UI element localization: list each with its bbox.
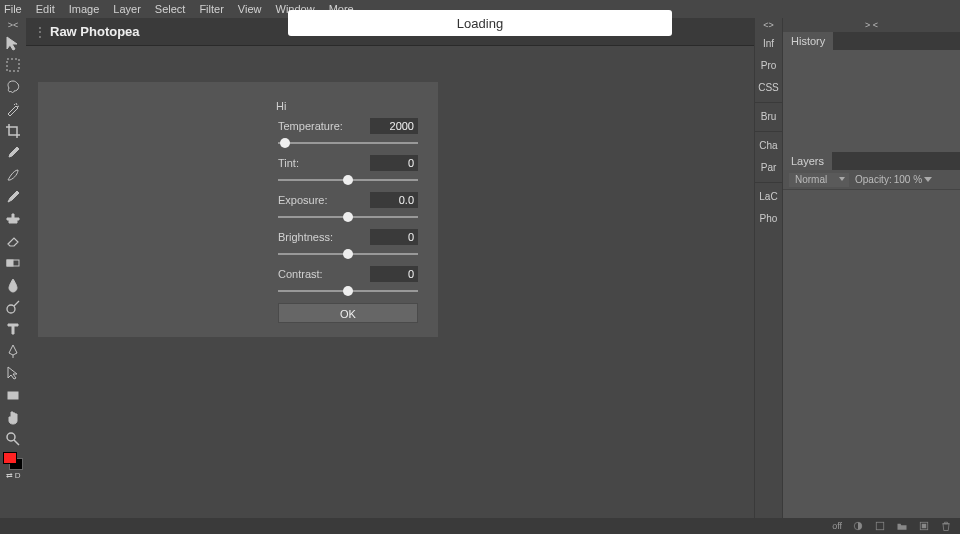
tab-photo[interactable]: Pho bbox=[756, 210, 782, 228]
layers-panel-body bbox=[783, 190, 960, 518]
layers-tabbar: Layers bbox=[783, 152, 960, 170]
menu-image[interactable]: Image bbox=[69, 3, 100, 15]
gradient-tool-icon[interactable] bbox=[3, 253, 23, 273]
raw-dialog: Hi Temperature: 2000 Tint: 0 Exposure: bbox=[38, 82, 438, 337]
history-tab[interactable]: History bbox=[783, 32, 833, 50]
canvas-area: Hi Temperature: 2000 Tint: 0 Exposure: bbox=[26, 46, 754, 518]
svg-rect-11 bbox=[922, 524, 927, 529]
folder-icon[interactable] bbox=[896, 520, 908, 532]
svg-line-7 bbox=[14, 440, 19, 445]
tint-slider[interactable] bbox=[278, 174, 418, 186]
contrast-value[interactable]: 0 bbox=[370, 266, 418, 282]
ok-button[interactable]: OK bbox=[278, 303, 418, 323]
svg-line-4 bbox=[14, 301, 19, 306]
menu-edit[interactable]: Edit bbox=[36, 3, 55, 15]
dodge-tool-icon[interactable] bbox=[3, 297, 23, 317]
swatch-reset-row[interactable]: ⇄ D bbox=[6, 471, 21, 480]
right-tab-strip: <> Inf Pro CSS Bru Cha Par LaC Pho bbox=[754, 18, 782, 518]
tab-character[interactable]: Cha bbox=[756, 137, 782, 155]
tint-value[interactable]: 0 bbox=[370, 155, 418, 171]
right-strip-toggle[interactable]: <> bbox=[763, 18, 774, 32]
blend-mode-value: Normal bbox=[795, 174, 827, 185]
shape-tool-icon[interactable] bbox=[3, 385, 23, 405]
tab-paragraph[interactable]: Par bbox=[756, 159, 782, 177]
layers-tab[interactable]: Layers bbox=[783, 152, 832, 170]
mask-icon[interactable] bbox=[852, 520, 864, 532]
brightness-slider[interactable] bbox=[278, 248, 418, 260]
blur-tool-icon[interactable] bbox=[3, 275, 23, 295]
svg-rect-9 bbox=[876, 522, 884, 530]
temperature-value[interactable]: 2000 bbox=[370, 118, 418, 134]
menu-filter[interactable]: Filter bbox=[199, 3, 223, 15]
tools-collapse-toggle[interactable]: >< bbox=[8, 18, 19, 32]
history-tabbar: History bbox=[783, 32, 960, 50]
brightness-label: Brightness: bbox=[278, 231, 333, 243]
menu-view[interactable]: View bbox=[238, 3, 262, 15]
clone-stamp-tool-icon[interactable] bbox=[3, 209, 23, 229]
healing-brush-tool-icon[interactable] bbox=[3, 165, 23, 185]
fx-icon[interactable] bbox=[874, 520, 886, 532]
exposure-label: Exposure: bbox=[278, 194, 328, 206]
eraser-tool-icon[interactable] bbox=[3, 231, 23, 251]
move-tool-icon[interactable] bbox=[3, 33, 23, 53]
magic-wand-tool-icon[interactable] bbox=[3, 99, 23, 119]
trash-icon[interactable] bbox=[940, 520, 952, 532]
panels-collapse-toggle[interactable]: > < bbox=[783, 18, 960, 32]
exposure-slider[interactable] bbox=[278, 211, 418, 223]
loading-label: Loading bbox=[457, 16, 503, 31]
loading-toast: Loading bbox=[288, 10, 672, 36]
chevron-down-icon bbox=[839, 177, 845, 181]
exposure-value[interactable]: 0.0 bbox=[370, 192, 418, 208]
opacity-dropdown-icon[interactable] bbox=[924, 177, 932, 182]
svg-point-6 bbox=[7, 433, 15, 441]
tools-panel: >< ⇄ D bbox=[0, 18, 26, 518]
tab-brush[interactable]: Bru bbox=[756, 108, 782, 126]
tint-label: Tint: bbox=[278, 157, 299, 169]
doc-drag-handle-icon: ⋮ bbox=[34, 25, 42, 39]
opacity-value[interactable]: 100 % bbox=[894, 174, 922, 185]
lasso-tool-icon[interactable] bbox=[3, 77, 23, 97]
tab-css[interactable]: CSS bbox=[756, 79, 782, 97]
contrast-label: Contrast: bbox=[278, 268, 323, 280]
brightness-value[interactable]: 0 bbox=[370, 229, 418, 245]
contrast-slider[interactable] bbox=[278, 285, 418, 297]
tab-info[interactable]: Inf bbox=[756, 35, 782, 53]
color-swatches[interactable] bbox=[3, 452, 23, 470]
menu-layer[interactable]: Layer bbox=[113, 3, 141, 15]
type-tool-icon[interactable] bbox=[3, 319, 23, 339]
eyedropper-tool-icon[interactable] bbox=[3, 143, 23, 163]
foreground-color-swatch[interactable] bbox=[3, 452, 17, 464]
hand-tool-icon[interactable] bbox=[3, 407, 23, 427]
history-panel-body bbox=[783, 50, 960, 152]
new-layer-icon[interactable] bbox=[918, 520, 930, 532]
zoom-tool-icon[interactable] bbox=[3, 429, 23, 449]
menu-file[interactable]: File bbox=[4, 3, 22, 15]
raw-dialog-greeting: Hi bbox=[276, 100, 416, 112]
panels-column: > < History Layers Normal Opacity: 100 % bbox=[782, 18, 960, 518]
temperature-slider[interactable] bbox=[278, 137, 418, 149]
document-title: Raw Photopea bbox=[50, 24, 140, 39]
opacity-label: Opacity: bbox=[855, 174, 892, 185]
status-bar: off bbox=[0, 518, 960, 534]
temperature-label: Temperature: bbox=[278, 120, 343, 132]
svg-rect-0 bbox=[7, 59, 19, 71]
pen-tool-icon[interactable] bbox=[3, 341, 23, 361]
tab-layer-comps[interactable]: LaC bbox=[756, 188, 782, 206]
crop-tool-icon[interactable] bbox=[3, 121, 23, 141]
tab-properties[interactable]: Pro bbox=[756, 57, 782, 75]
marquee-tool-icon[interactable] bbox=[3, 55, 23, 75]
svg-point-3 bbox=[7, 305, 15, 313]
svg-rect-5 bbox=[8, 392, 18, 399]
layer-options-row: Normal Opacity: 100 % bbox=[783, 170, 960, 190]
menu-select[interactable]: Select bbox=[155, 3, 186, 15]
status-off-label: off bbox=[832, 521, 842, 531]
blend-mode-select[interactable]: Normal bbox=[789, 173, 849, 187]
svg-rect-2 bbox=[7, 260, 13, 266]
brush-tool-icon[interactable] bbox=[3, 187, 23, 207]
path-select-tool-icon[interactable] bbox=[3, 363, 23, 383]
